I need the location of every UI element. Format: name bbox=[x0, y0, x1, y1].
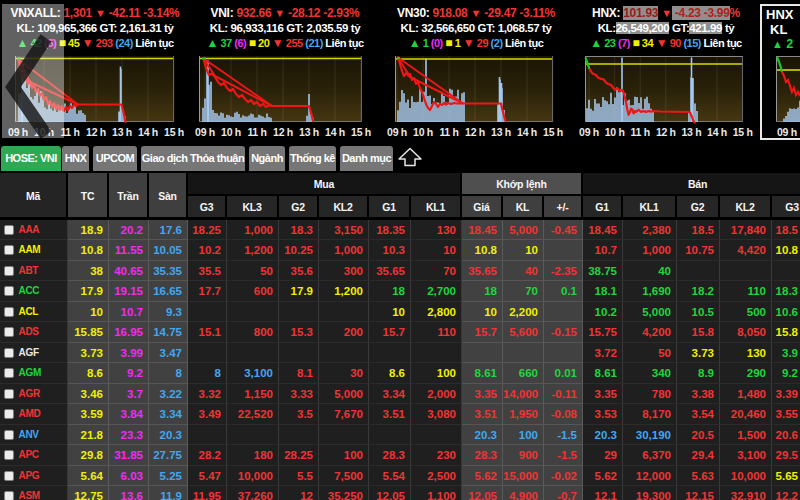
svg-text:11 h: 11 h bbox=[247, 126, 266, 138]
svg-text:09 h: 09 h bbox=[777, 126, 797, 138]
svg-text:12 h: 12 h bbox=[465, 126, 485, 138]
svg-text:14 h: 14 h bbox=[325, 126, 345, 138]
svg-text:10 h: 10 h bbox=[221, 126, 241, 138]
svg-text:14 h: 14 h bbox=[517, 126, 537, 138]
svg-text:13 h: 13 h bbox=[299, 126, 319, 138]
svg-text:13 h: 13 h bbox=[491, 126, 511, 138]
svg-text:09 h: 09 h bbox=[387, 126, 407, 138]
svg-text:10 h: 10 h bbox=[413, 126, 433, 138]
svg-text:15 h: 15 h bbox=[733, 126, 753, 138]
svg-text:10 h: 10 h bbox=[605, 126, 625, 138]
svg-text:15 h: 15 h bbox=[351, 126, 371, 138]
svg-text:09 h: 09 h bbox=[579, 126, 599, 138]
svg-text:13 h: 13 h bbox=[112, 126, 132, 138]
svg-text:14 h: 14 h bbox=[138, 126, 158, 138]
svg-text:09 h: 09 h bbox=[195, 126, 215, 138]
svg-text:15 h: 15 h bbox=[164, 126, 184, 138]
svg-text:13 h: 13 h bbox=[681, 126, 701, 138]
svg-text:12 h: 12 h bbox=[273, 126, 293, 138]
svg-text:12 h: 12 h bbox=[86, 126, 106, 138]
svg-text:11 h: 11 h bbox=[439, 126, 458, 138]
svg-text:12 h: 12 h bbox=[656, 126, 676, 138]
svg-text:15 h: 15 h bbox=[543, 126, 563, 138]
svg-text:14 h: 14 h bbox=[707, 126, 727, 138]
svg-text:11 h: 11 h bbox=[631, 126, 650, 138]
